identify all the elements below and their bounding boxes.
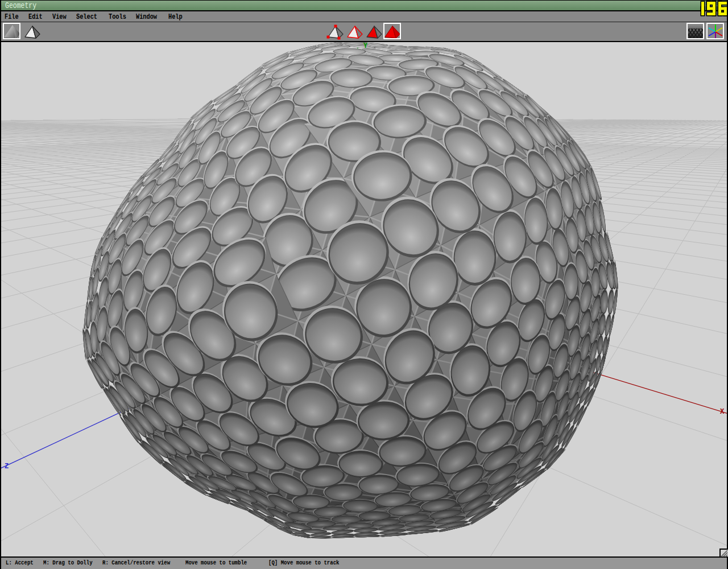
svg-text:X: X xyxy=(720,408,725,416)
svg-text:Z: Z xyxy=(5,463,9,471)
svg-text:Y: Y xyxy=(363,42,368,50)
